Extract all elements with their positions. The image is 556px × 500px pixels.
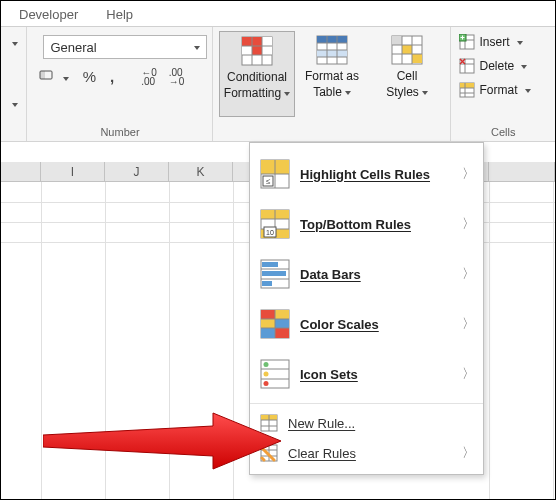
svg-rect-23	[402, 45, 412, 54]
menu-color-scales[interactable]: Color Scales 〉	[250, 299, 483, 349]
increase-decimal-button[interactable]: ←0.00	[138, 66, 160, 88]
svg-point-78	[264, 362, 269, 367]
menu-label: Icon Sets	[300, 367, 452, 382]
currency-dropdown[interactable]	[35, 65, 72, 88]
svg-rect-7	[252, 46, 262, 55]
currency-icon	[39, 67, 55, 83]
svg-rect-15	[317, 50, 347, 57]
chevron-down-icon	[514, 35, 523, 49]
svg-rect-67	[275, 310, 289, 319]
col-head[interactable]: I	[41, 162, 105, 181]
svg-rect-70	[261, 328, 275, 338]
chevron-down-icon	[522, 83, 531, 97]
group-number: General % , ←0.00 .00→0 Number	[27, 27, 213, 141]
svg-rect-66	[261, 310, 275, 319]
svg-rect-63	[262, 271, 286, 276]
svg-rect-6	[242, 46, 252, 55]
chevron-down-icon	[518, 59, 527, 73]
format-icon	[459, 82, 475, 98]
chevron-right-icon: 〉	[462, 365, 475, 383]
cs-label-2: Styles	[386, 85, 428, 99]
cf-label-2: Formatting	[224, 86, 290, 100]
cell-styles-button[interactable]: Cell Styles	[369, 31, 444, 117]
group-label-number: Number	[33, 124, 206, 139]
group-stub	[1, 27, 27, 141]
decrease-decimal-button[interactable]: .00→0	[166, 66, 188, 88]
svg-point-80	[264, 381, 269, 386]
chevron-down-icon	[191, 40, 200, 55]
stub-dropdown-1[interactable]	[3, 37, 24, 49]
insert-button[interactable]: Insert	[457, 31, 549, 53]
col-head-blank[interactable]	[489, 162, 555, 181]
format-as-table-button[interactable]: Format as Table	[295, 31, 370, 117]
menu-label: New Rule...	[288, 416, 475, 431]
svg-rect-71	[275, 328, 289, 338]
delete-button[interactable]: Delete	[457, 55, 549, 77]
col-head[interactable]: J	[105, 162, 169, 181]
comma-button[interactable]: ,	[106, 66, 118, 87]
delete-label: Delete	[479, 59, 514, 73]
format-label: Format	[479, 83, 517, 97]
chevron-right-icon: 〉	[462, 215, 475, 233]
delete-icon	[459, 58, 475, 74]
menu-data-bars[interactable]: Data Bars 〉	[250, 249, 483, 299]
menu-label: Top/Bottom Rules	[300, 217, 452, 232]
svg-rect-8	[262, 46, 272, 55]
svg-rect-3	[242, 37, 252, 46]
svg-rect-41	[460, 83, 474, 88]
conditional-formatting-button[interactable]: Conditional Formatting	[219, 31, 294, 117]
conditional-formatting-icon	[241, 36, 273, 66]
insert-icon	[459, 34, 475, 50]
tab-help[interactable]: Help	[106, 7, 133, 26]
stub-dropdown-2[interactable]	[3, 98, 24, 110]
svg-rect-64	[262, 281, 272, 286]
svg-rect-24	[412, 54, 422, 63]
chevron-right-icon: 〉	[462, 265, 475, 283]
highlight-rules-icon: ≤	[260, 159, 290, 189]
menu-top-bottom-rules[interactable]: 10 Top/Bottom Rules 〉	[250, 199, 483, 249]
svg-point-79	[264, 372, 269, 377]
svg-text:≤: ≤	[266, 177, 271, 186]
number-format-select[interactable]: General	[43, 35, 207, 59]
fat-label-2: Table	[313, 85, 351, 99]
conditional-formatting-menu: ≤ Highlight Cells Rules 〉 10 Top/Bottom …	[249, 142, 484, 475]
col-head[interactable]: K	[169, 162, 233, 181]
menu-icon-sets[interactable]: Icon Sets 〉	[250, 349, 483, 399]
menu-clear-rules[interactable]: Clear Rules 〉	[250, 438, 483, 468]
menu-new-rule[interactable]: New Rule...	[250, 408, 483, 438]
clear-rules-icon	[260, 444, 278, 462]
percent-button[interactable]: %	[79, 66, 100, 87]
menu-label: Clear Rules	[288, 446, 452, 461]
menu-label: Highlight Cells Rules	[300, 167, 452, 182]
ribbon: General % , ←0.00 .00→0 Number	[1, 27, 555, 142]
svg-rect-22	[392, 36, 402, 45]
number-format-value: General	[50, 40, 96, 55]
cell-styles-icon	[391, 35, 423, 65]
chevron-right-icon: 〉	[462, 444, 475, 462]
group-label-cells: Cells	[457, 124, 549, 139]
format-button[interactable]: Format	[457, 79, 549, 101]
chevron-right-icon: 〉	[462, 165, 475, 183]
data-bars-icon	[260, 259, 290, 289]
svg-rect-62	[262, 262, 278, 267]
fat-label-1: Format as	[305, 69, 359, 83]
new-rule-icon	[260, 414, 278, 432]
chevron-right-icon: 〉	[462, 315, 475, 333]
menu-label: Data Bars	[300, 267, 452, 282]
col-head-blank[interactable]	[1, 162, 41, 181]
svg-rect-5	[262, 37, 272, 46]
color-scales-icon	[260, 309, 290, 339]
group-styles: Conditional Formatting Format as Table	[213, 27, 451, 141]
menu-highlight-cells-rules[interactable]: ≤ Highlight Cells Rules 〉	[250, 149, 483, 199]
tab-bar: Developer Help	[1, 1, 555, 27]
menu-label: Color Scales	[300, 317, 452, 332]
svg-rect-69	[275, 319, 289, 328]
insert-label: Insert	[479, 35, 509, 49]
tab-developer[interactable]: Developer	[19, 7, 78, 26]
format-as-table-icon	[316, 35, 348, 65]
svg-rect-1	[40, 71, 45, 79]
group-cells: Insert Delete Format Cells	[451, 27, 555, 141]
svg-rect-14	[317, 36, 347, 43]
top-bottom-icon: 10	[260, 209, 290, 239]
svg-text:10: 10	[266, 229, 274, 236]
